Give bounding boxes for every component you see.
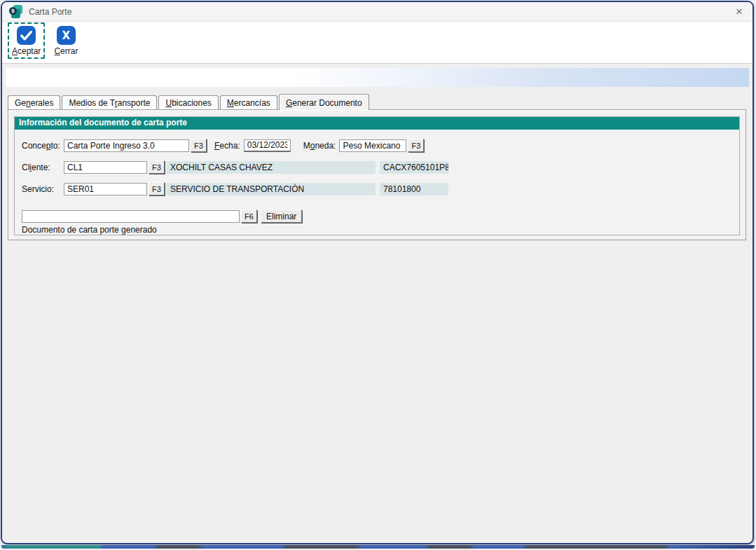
toolbar: Aceptar X Cerrar (2, 22, 752, 64)
window-title: Carta Porte (29, 7, 71, 17)
moneda-f3-button[interactable]: F3 (408, 139, 424, 152)
app-icon: $ (9, 5, 22, 18)
servicio-row: Servicio: F3 SERVICIO DE TRANSPORTACIÓN … (22, 182, 739, 195)
x-icon: X (57, 26, 76, 45)
tab-medios-de-transporte[interactable]: Medios de Transporte (62, 95, 157, 109)
eliminar-button[interactable]: Eliminar (261, 209, 302, 223)
moneda-input[interactable] (339, 139, 406, 152)
servicio-code-input[interactable] (64, 183, 147, 195)
tab-generar-documento[interactable]: Generar Documento (279, 94, 369, 110)
fecha-input[interactable] (244, 139, 291, 152)
title-bar: $ Carta Porte × (2, 2, 752, 22)
check-icon (17, 26, 36, 45)
cliente-code-input[interactable] (64, 161, 147, 174)
document-info-groupbox: Información del documento de carta porte… (14, 116, 740, 235)
accept-button[interactable]: Aceptar (9, 24, 43, 57)
servicio-sat-code-field: 78101800 (380, 183, 448, 195)
dollar-coin-icon: $ (9, 7, 17, 15)
concepto-f3-button[interactable]: F3 (191, 139, 207, 152)
cliente-f3-button[interactable]: F3 (149, 160, 165, 174)
cliente-label: Cliente: (22, 163, 64, 172)
close-button[interactable]: X Cerrar (51, 24, 81, 57)
cliente-row: Cliente: F3 XOCHILT CASAS CHAVEZ CACX760… (22, 160, 739, 174)
tab-panel-generar-documento: Información del documento de carta porte… (8, 109, 746, 240)
concepto-row: Concepto: F3 Fecha: Moneda: F3 (22, 139, 739, 152)
moneda-label: Moneda: (303, 141, 336, 151)
concepto-label: Concepto: (22, 141, 64, 151)
tab-strip: Generales Medios de Transporte Ubicacion… (8, 93, 752, 109)
cliente-rfc-field: CACX7605101P8 (380, 161, 448, 174)
documento-f6-button[interactable]: F6 (241, 209, 257, 223)
carta-porte-dialog: $ Carta Porte × Aceptar X Cerrar Gene (1, 1, 754, 544)
fecha-label: Fecha: (214, 141, 240, 151)
documento-caption: Documento de carta porte generado (22, 225, 739, 235)
tab-ubicaciones[interactable]: Ubicaciones (158, 95, 218, 109)
background-window-edge (1, 545, 755, 549)
concepto-input[interactable] (64, 139, 189, 152)
tab-mercancias[interactable]: Mercancías (220, 95, 277, 109)
documento-input[interactable] (22, 210, 240, 223)
servicio-label: Servicio: (22, 184, 64, 194)
accept-label: Aceptar (12, 46, 41, 56)
close-label: Cerrar (54, 46, 78, 56)
close-icon[interactable]: × (736, 6, 743, 18)
documento-row: F6 Eliminar (22, 209, 739, 223)
banner-gradient (6, 68, 749, 87)
tab-generales[interactable]: Generales (8, 95, 60, 109)
cliente-name-field: XOCHILT CASAS CHAVEZ (167, 161, 376, 174)
section-header: Información del documento de carta porte (15, 117, 739, 130)
servicio-f3-button[interactable]: F3 (149, 182, 165, 195)
accept-focus-ring: Aceptar (8, 22, 45, 59)
servicio-name-field: SERVICIO DE TRANSPORTACIÓN (167, 183, 376, 195)
